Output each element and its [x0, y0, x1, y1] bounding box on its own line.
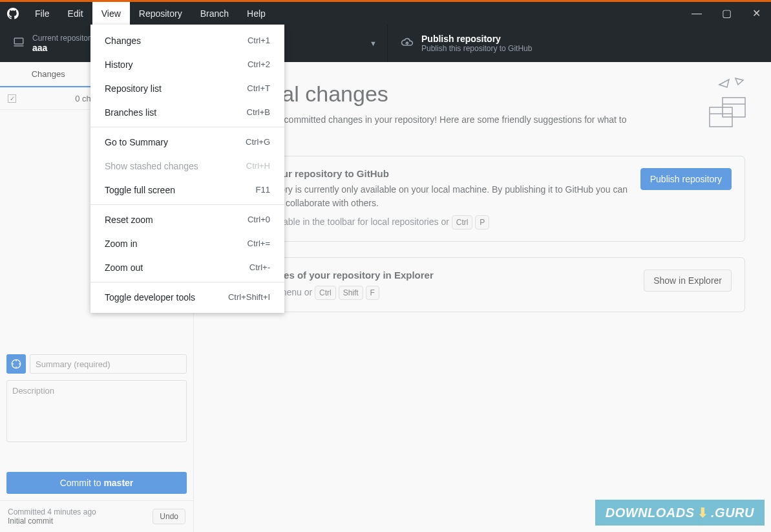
card-explorer: View the files of your repository in Exp…: [220, 257, 745, 312]
menu-item-toggle-developer-tools[interactable]: Toggle developer toolsCtrl+Shift+I: [90, 285, 284, 309]
menu-item-label: Branches list: [105, 107, 247, 118]
commit-time: Committed 4 minutes ago: [8, 507, 153, 516]
menu-item-toggle-full-screen[interactable]: Toggle full screenF11: [90, 178, 284, 202]
menu-item-label: Toggle developer tools: [105, 292, 228, 303]
card-explorer-title: View the files of your repository in Exp…: [233, 270, 633, 281]
close-button[interactable]: ✕: [741, 2, 771, 25]
menu-view[interactable]: View: [92, 2, 130, 25]
publish-repository-button[interactable]: Publish repository: [640, 168, 732, 190]
menubar: File Edit View Repository Branch Help: [26, 2, 275, 25]
menu-item-shortcut: Ctrl+Shift+I: [228, 292, 270, 302]
page-title: No local changes: [220, 81, 745, 107]
commit-description-input[interactable]: [6, 380, 187, 442]
card-publish: Publish your repository to GitHub This r…: [220, 156, 745, 242]
card-publish-text: This repository is currently only availa…: [233, 183, 630, 210]
kbd-key: P: [475, 215, 489, 229]
menu-item-label: Toggle full screen: [105, 185, 256, 195]
undo-button[interactable]: Undo: [153, 509, 185, 524]
menu-item-label: Go to Summary: [105, 137, 246, 147]
menu-item-changes[interactable]: ChangesCtrl+1: [90, 28, 284, 52]
publish-subtitle: Publish this repository to GitHub: [421, 44, 532, 53]
menu-item-label: Reset zoom: [105, 215, 248, 225]
svg-rect-0: [14, 38, 23, 44]
computer-icon: [13, 36, 25, 50]
menu-separator: [90, 127, 284, 127]
repo-label: Current repository: [32, 34, 94, 43]
maximize-button[interactable]: ▢: [712, 2, 741, 25]
last-commit-footer: Committed 4 minutes ago Initial commit U…: [0, 500, 193, 532]
commit-message: Initial commit: [8, 516, 153, 526]
menu-item-zoom-in[interactable]: Zoom inCtrl+=: [90, 231, 284, 255]
tab-changes[interactable]: Changes: [0, 62, 97, 87]
kbd-key: Shift: [339, 286, 363, 300]
menu-item-branches-list[interactable]: Branches listCtrl+B: [90, 100, 284, 124]
menu-item-shortcut: Ctrl+0: [248, 215, 270, 224]
commit-button[interactable]: Commit to master: [6, 472, 187, 494]
commit-form: Commit to master: [0, 348, 193, 500]
menu-item-shortcut: Ctrl+=: [248, 239, 270, 248]
menu-item-shortcut: Ctrl+H: [246, 161, 270, 171]
commit-summary-input[interactable]: [30, 354, 187, 374]
github-logo-icon: [0, 8, 26, 19]
menu-item-label: Show stashed changes: [105, 161, 246, 171]
menu-item-zoom-out[interactable]: Zoom outCtrl+-: [90, 255, 284, 279]
menu-item-label: Changes: [105, 36, 248, 46]
user-avatar-icon: [6, 354, 26, 374]
cloud-upload-icon: [401, 36, 414, 51]
publish-repository-toolbar[interactable]: Publish repository Publish this reposito…: [388, 25, 771, 62]
kbd-key: Ctrl: [315, 286, 336, 300]
chevron-down-icon: ▼: [370, 39, 377, 47]
menu-separator: [90, 204, 284, 205]
card-publish-title: Publish your repository to GitHub: [233, 168, 630, 179]
kbd-key: Ctrl: [452, 215, 473, 229]
minimize-button[interactable]: —: [682, 2, 712, 25]
menu-edit[interactable]: Edit: [59, 2, 92, 25]
menu-item-show-stashed-changes: Show stashed changesCtrl+H: [90, 154, 284, 178]
menu-item-reset-zoom[interactable]: Reset zoomCtrl+0: [90, 207, 284, 231]
menu-file[interactable]: File: [26, 2, 59, 25]
menu-item-go-to-summary[interactable]: Go to SummaryCtrl+G: [90, 130, 284, 154]
view-menu-dropdown: ChangesCtrl+1HistoryCtrl+2Repository lis…: [90, 25, 284, 313]
publish-title: Publish repository: [421, 34, 532, 44]
menu-item-label: Repository list: [105, 83, 247, 94]
menu-item-shortcut: Ctrl+2: [248, 59, 270, 69]
menu-item-shortcut: Ctrl+1: [248, 36, 270, 45]
menu-item-shortcut: Ctrl+T: [247, 83, 270, 93]
menu-item-shortcut: Ctrl+-: [249, 262, 270, 272]
menu-repository[interactable]: Repository: [130, 2, 191, 25]
watermark: DOWNLOADS⬇.GURU: [595, 500, 765, 526]
menu-item-label: Zoom out: [105, 262, 249, 273]
titlebar: File Edit View Repository Branch Help — …: [0, 2, 771, 25]
show-in-explorer-button[interactable]: Show in Explorer: [644, 270, 732, 292]
illustration-icon: [674, 75, 752, 140]
menu-item-label: History: [105, 59, 248, 70]
download-icon: ⬇: [697, 505, 709, 520]
window-controls: — ▢ ✕: [682, 2, 771, 25]
menu-item-shortcut: Ctrl+G: [246, 137, 270, 147]
select-all-checkbox[interactable]: ✓: [8, 94, 16, 103]
menu-item-shortcut: F11: [256, 185, 270, 195]
menu-item-repository-list[interactable]: Repository listCtrl+T: [90, 76, 284, 100]
menu-branch[interactable]: Branch: [191, 2, 238, 25]
kbd-key: F: [366, 286, 379, 300]
repo-name: aaa: [32, 43, 94, 53]
menu-item-label: Zoom in: [105, 239, 248, 249]
menu-item-shortcut: Ctrl+B: [247, 107, 270, 117]
menu-item-history[interactable]: HistoryCtrl+2: [90, 52, 284, 76]
card-explorer-sub: Repository menu or Ctrl Shift F: [233, 286, 633, 300]
card-publish-sub: Always available in the toolbar for loca…: [233, 215, 630, 229]
menu-help[interactable]: Help: [238, 2, 275, 25]
menu-separator: [90, 282, 284, 282]
